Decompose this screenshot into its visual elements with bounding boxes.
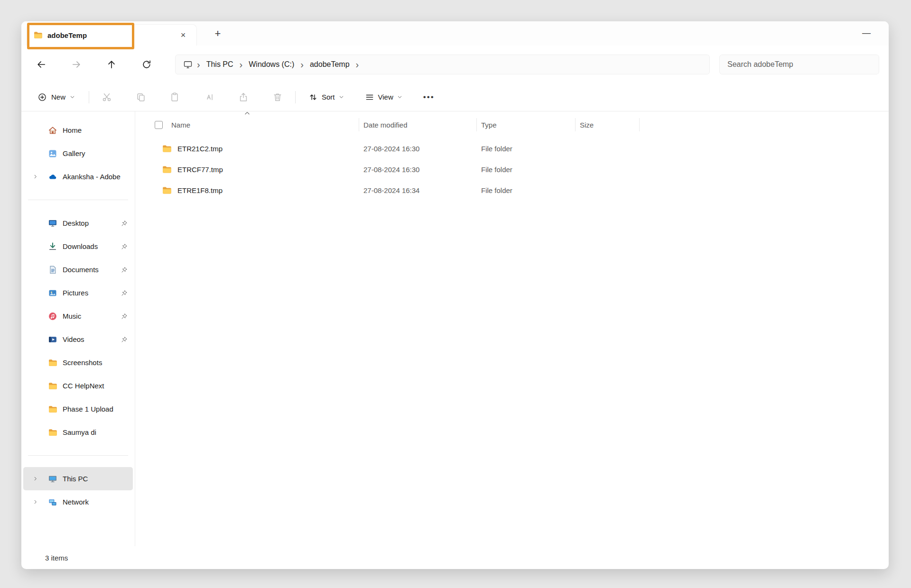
file-rows: ETR21C2.tmp 27-08-2024 16:30 File folder… [136,138,889,201]
tab-adobetemp[interactable]: adobeTemp × [26,24,197,46]
column-header-type[interactable]: Type [477,118,576,131]
rename-button[interactable] [199,88,220,107]
status-bar: 3 items [21,546,889,569]
chevron-right-icon[interactable] [29,499,41,505]
chevron-down-icon [339,94,344,100]
pin-icon [121,289,128,297]
tab-close-icon[interactable]: × [177,28,190,42]
sort-ascending-icon[interactable] [244,110,251,117]
tab-bar: adobeTemp × + — [21,21,889,46]
sidebar-item-gallery[interactable]: Gallery [23,142,133,165]
plus-circle-icon [37,92,47,102]
toolbar-divider [89,91,89,103]
file-date-modified: 27-08-2024 16:30 [359,145,477,153]
sidebar-item-music[interactable]: Music [23,304,133,328]
sidebar-item-phase-1-upload[interactable]: Phase 1 Upload [23,397,133,421]
sort-button[interactable]: Sort [303,88,350,107]
up-button[interactable] [101,54,122,75]
onedrive-cloud-icon [48,172,57,182]
chevron-down-icon [397,94,402,100]
tab-title: adobeTemp [47,31,87,39]
sidebar-item-onedrive[interactable]: Akanksha - Adobe [23,165,133,188]
column-headers: Name Date modified Type Size [136,115,889,134]
column-header-size[interactable]: Size [576,118,640,131]
refresh-button[interactable] [136,54,157,75]
file-date-modified: 27-08-2024 16:34 [359,186,477,194]
chevron-right-icon[interactable] [29,476,41,481]
sidebar-item-cc-helpnext[interactable]: CC HelpNext [23,374,133,397]
sidebar-item-this-pc[interactable]: This PC [23,467,133,490]
folder-icon [48,381,57,391]
navigation-bar: › This PC › Windows (C:) › adobeTemp › [21,46,889,83]
new-button[interactable]: New [31,88,82,107]
folder-icon [162,165,172,175]
documents-icon [48,265,57,275]
delete-button[interactable] [267,88,288,107]
sidebar-divider [21,444,135,467]
new-tab-button[interactable]: + [211,27,225,41]
downloads-icon [48,242,57,251]
column-header-date-modified[interactable]: Date modified [359,118,477,131]
file-explorer-window: adobeTemp × + — › This PC › Windows (C:) [21,21,889,569]
folder-icon [48,358,57,368]
pin-icon [121,266,128,274]
minimize-button[interactable]: — [858,25,874,40]
file-row[interactable]: ETR21C2.tmp 27-08-2024 16:30 File folder [136,138,889,159]
sidebar-item-documents[interactable]: Documents [23,258,133,281]
cut-button[interactable] [96,88,117,107]
sidebar-item-network[interactable]: Network [23,490,133,514]
breadcrumb-this-pc[interactable]: This PC [204,58,236,71]
file-date-modified: 27-08-2024 16:30 [359,165,477,174]
sidebar-item-pictures[interactable]: Pictures [23,281,133,304]
items-count: 3 items [45,554,68,562]
desktop-icon [48,219,57,228]
this-pc-icon [183,60,193,69]
view-button-label: View [378,93,393,101]
pin-icon [121,336,128,343]
chevron-down-icon [70,94,75,100]
file-row[interactable]: ETRE1F8.tmp 27-08-2024 16:34 File folder [136,180,889,201]
copy-button[interactable] [130,88,151,107]
back-button[interactable] [31,54,52,75]
file-row[interactable]: ETRCF77.tmp 27-08-2024 16:30 File folder [136,159,889,180]
view-lines-icon [365,92,374,102]
folder-icon [162,185,172,195]
command-toolbar: New [21,83,889,111]
navigation-pane: Home Gallery Akanksha - Adobe Desktop [21,111,135,546]
sort-arrows-icon [308,92,318,102]
pin-icon [121,312,128,320]
sidebar-item-downloads[interactable]: Downloads [23,235,133,258]
paste-button[interactable] [165,88,186,107]
address-bar[interactable]: › This PC › Windows (C:) › adobeTemp › [175,55,710,74]
column-header-name[interactable]: Name [136,118,359,131]
forward-button[interactable] [66,54,87,75]
chevron-right-icon[interactable] [29,174,41,179]
share-button[interactable] [233,88,254,107]
chevron-right-icon: › [297,60,307,69]
new-button-label: New [51,93,65,101]
breadcrumb-windows-c[interactable]: Windows (C:) [246,58,297,71]
network-icon [48,497,57,507]
sidebar-item-home[interactable]: Home [23,119,133,142]
folder-icon [48,428,57,437]
select-all-checkbox[interactable] [155,121,163,129]
file-type: File folder [477,145,576,153]
chevron-right-icon: › [236,60,246,69]
sidebar-item-saumya-di[interactable]: Saumya di [23,421,133,444]
gallery-icon [48,149,57,158]
pin-icon [121,243,128,250]
sidebar-item-videos[interactable]: Videos [23,328,133,351]
chevron-right-icon: › [194,60,204,69]
search-input[interactable] [719,55,879,74]
sort-button-label: Sort [322,93,335,101]
toolbar-divider [295,91,296,103]
view-button[interactable]: View [359,88,408,107]
more-options-button[interactable]: ••• [418,88,439,107]
sidebar-item-screenshots[interactable]: Screenshots [23,351,133,374]
sidebar-item-desktop[interactable]: Desktop [23,211,133,235]
breadcrumb-adobetemp[interactable]: adobeTemp [307,58,353,71]
chevron-right-icon: › [353,60,363,69]
pictures-icon [48,288,57,298]
folder-icon [33,30,43,40]
file-name: ETR21C2.tmp [177,145,223,153]
